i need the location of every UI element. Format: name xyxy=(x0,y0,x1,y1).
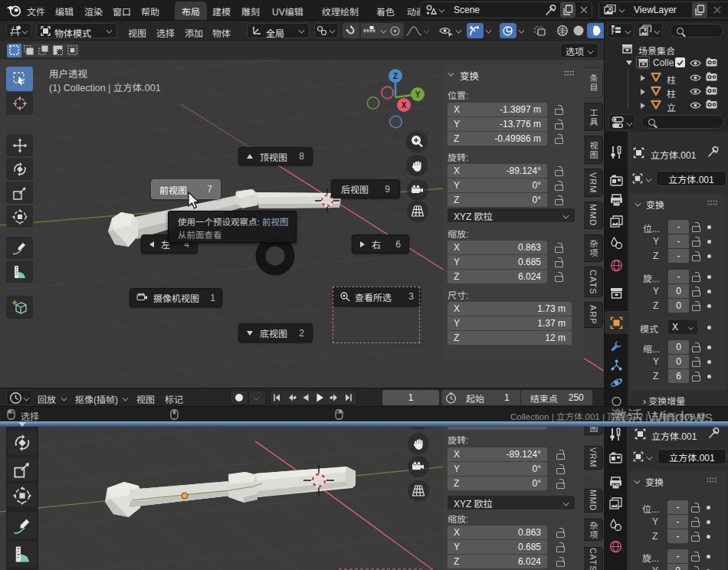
svg-text:X: X xyxy=(402,101,407,110)
svg-text:Y: Y xyxy=(415,90,421,99)
svg-text:Z: Z xyxy=(393,72,398,80)
